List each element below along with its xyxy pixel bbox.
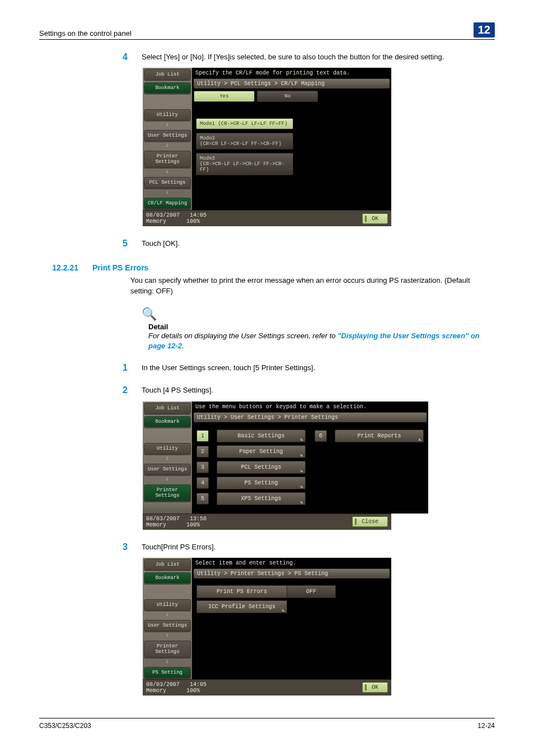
arrow-icon: ↓ bbox=[143, 189, 192, 195]
job-list-button[interactable]: Job List bbox=[144, 403, 191, 414]
icc-profile-settings-button[interactable]: ICC Profile Settings bbox=[196, 600, 287, 613]
arrow-icon: ↓ bbox=[143, 142, 192, 148]
pcl-settings-crumb[interactable]: PCL Settings bbox=[144, 177, 191, 188]
close-button[interactable]: Close bbox=[352, 516, 388, 527]
footer-date: 08/03/2007 13:58Memory 100% bbox=[146, 516, 207, 528]
yes-tab[interactable]: Yes bbox=[194, 91, 255, 102]
step-number-2: 2 bbox=[106, 385, 128, 395]
arrow-icon: ↓ bbox=[143, 612, 192, 618]
menu-number-1[interactable]: 1 bbox=[196, 430, 209, 442]
bookmark-button[interactable]: Bookmark bbox=[144, 82, 191, 94]
user-settings-crumb[interactable]: User Settings bbox=[144, 130, 191, 141]
crlf-mapping-crumb[interactable]: CR/LF Mapping bbox=[144, 198, 191, 209]
step-number-4: 4 bbox=[106, 52, 128, 62]
step-text-1: In the User Settings screen, touch [5 Pr… bbox=[142, 363, 315, 373]
ps-setting-button[interactable]: PS Setting bbox=[217, 477, 306, 489]
utility-crumb[interactable]: Utility bbox=[144, 109, 191, 120]
panel-breadcrumb: Utility > User Settings > Printer Settin… bbox=[194, 412, 427, 422]
bookmark-button[interactable]: Bookmark bbox=[144, 416, 191, 427]
arrow-icon: ↓ bbox=[143, 122, 192, 128]
panel-breadcrumb: Utility > PCL Settings > CR/LF Mapping bbox=[194, 78, 390, 88]
menu-number-2[interactable]: 2 bbox=[196, 446, 209, 458]
printer-settings-crumb[interactable]: Printer Settings bbox=[144, 484, 191, 501]
arrow-icon: ↓ bbox=[143, 659, 192, 665]
step-text-3: Touch[Print PS Errors]. bbox=[142, 542, 216, 552]
step-number-3: 3 bbox=[106, 542, 128, 552]
section-number: 12.2.21 bbox=[39, 263, 78, 272]
basic-settings-button[interactable]: Basic Settings bbox=[217, 430, 306, 442]
mode1-button[interactable]: Mode1 (CR->CR-LF LF=LF FF=FF) bbox=[196, 118, 293, 129]
job-list-button[interactable]: Job List bbox=[144, 69, 191, 80]
footer-date: 08/03/2007 14:05Memory 100% bbox=[146, 212, 207, 225]
xps-settings-button[interactable]: XPS Settings bbox=[217, 492, 306, 505]
arrow-icon: ↓ bbox=[143, 632, 192, 638]
detail-icon: 🔍 bbox=[142, 307, 495, 321]
footer-model: C353/C253/C203 bbox=[39, 722, 91, 730]
print-ps-errors-button[interactable]: Print PS Errors bbox=[196, 585, 287, 598]
utility-crumb[interactable]: Utility bbox=[144, 443, 191, 454]
job-list-button[interactable]: Job List bbox=[144, 559, 191, 570]
step-text-5: Touch [OK]. bbox=[142, 239, 180, 249]
menu-number-3[interactable]: 3 bbox=[196, 461, 209, 473]
print-reports-button[interactable]: Print Reports bbox=[335, 430, 424, 442]
chapter-badge: 12 bbox=[474, 22, 495, 38]
paper-setting-button[interactable]: Paper Setting bbox=[217, 445, 306, 458]
printer-settings-crumb[interactable]: Printer Settings bbox=[144, 641, 191, 657]
detail-body: For details on displaying the User Setti… bbox=[148, 331, 495, 351]
footer-page: 12-24 bbox=[477, 722, 495, 730]
ok-button[interactable]: OK bbox=[362, 213, 388, 224]
panel-ps-setting: Job List Bookmark Utility ↓ User Setting… bbox=[143, 558, 391, 696]
menu-number-6[interactable]: 6 bbox=[315, 430, 327, 442]
detail-label: Detail bbox=[148, 323, 495, 331]
user-settings-crumb[interactable]: User Settings bbox=[144, 464, 191, 475]
panel-prompt: Specify the CR/LF mode for printing text… bbox=[192, 68, 391, 78]
bookmark-button[interactable]: Bookmark bbox=[144, 572, 191, 584]
panel-breadcrumb: Utility > Printer Settings > PS Setting bbox=[194, 568, 390, 578]
mode2-button[interactable]: Mode2 (CR=CR LF->CR-LF FF->CR-FF) bbox=[196, 133, 293, 150]
panel-prompt: Select item and enter setting. bbox=[192, 558, 391, 568]
arrow-icon: ↓ bbox=[143, 455, 192, 461]
step-number-1: 1 bbox=[106, 363, 128, 373]
utility-crumb[interactable]: Utility bbox=[144, 599, 191, 610]
step-number-5: 5 bbox=[106, 239, 128, 249]
printer-settings-crumb[interactable]: Printer Settings bbox=[144, 151, 191, 167]
arrow-icon: ↓ bbox=[143, 476, 192, 482]
footer-date: 08/03/2007 14:05Memory 100% bbox=[146, 682, 207, 694]
running-header: Settings on the control panel bbox=[39, 29, 132, 38]
section-title: Print PS Errors bbox=[92, 263, 148, 272]
step-text-4: Select [Yes] or [No]. If [Yes]is selecte… bbox=[142, 52, 444, 62]
menu-number-5[interactable]: 5 bbox=[196, 493, 209, 505]
arrow-icon: ↓ bbox=[143, 169, 192, 175]
no-tab[interactable]: No bbox=[257, 91, 318, 102]
pcl-settings-button[interactable]: PCL Settings bbox=[217, 461, 306, 474]
menu-number-4[interactable]: 4 bbox=[196, 477, 209, 489]
panel-prompt: Use the menu buttons or keypad to make a… bbox=[192, 402, 428, 412]
user-settings-crumb[interactable]: User Settings bbox=[144, 620, 191, 631]
print-ps-errors-status: OFF bbox=[287, 585, 336, 598]
section-body: You can specify whether to print the err… bbox=[130, 276, 495, 297]
mode3-button[interactable]: Mode3 (CR->CR-LF LF->CR-LF FF->CR-FF) bbox=[196, 153, 293, 175]
panel-crlf-mapping: Job List Bookmark Utility ↓ User Setting… bbox=[143, 68, 391, 226]
ps-setting-crumb[interactable]: PS Setting bbox=[144, 667, 191, 678]
panel-printer-settings: Job List Bookmark Utility ↓ User Setting… bbox=[143, 402, 391, 530]
step-text-2: Touch [4 PS Settings]. bbox=[142, 385, 213, 395]
ok-button[interactable]: OK bbox=[362, 682, 388, 693]
